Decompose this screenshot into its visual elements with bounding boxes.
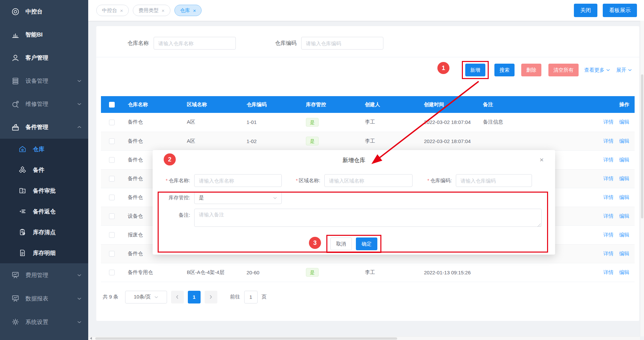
row-checkbox[interactable] bbox=[109, 232, 115, 238]
sidebar-item-repair[interactable]: 维修管理 bbox=[0, 92, 88, 116]
search-button[interactable]: 搜索 bbox=[494, 64, 515, 76]
horizontal-scrollbar-thumb[interactable] bbox=[95, 337, 397, 340]
tab-close-icon[interactable]: × bbox=[162, 8, 165, 13]
vertical-scrollbar[interactable] bbox=[640, 21, 644, 336]
goto-page-input[interactable] bbox=[244, 291, 258, 303]
cubes-icon bbox=[18, 166, 26, 174]
row-checkbox[interactable] bbox=[109, 213, 115, 219]
sidebar-item-warehouse[interactable]: 仓库 bbox=[0, 139, 88, 159]
modal-region-name-input[interactable] bbox=[324, 174, 413, 187]
sidebar-item-reports[interactable]: 数据报表 bbox=[0, 287, 88, 310]
view-more-label: 查看更多 bbox=[584, 67, 604, 73]
footer-buttons-wrap: 3 取消 确定 bbox=[330, 237, 377, 250]
warehouse-name-label: 仓库名称 bbox=[127, 40, 149, 47]
close-icon[interactable]: × bbox=[540, 156, 544, 163]
cell-name: 备件专用仓 bbox=[122, 263, 181, 282]
tab-warehouse[interactable]: 仓库 × bbox=[174, 5, 202, 16]
repair-icon bbox=[11, 100, 20, 109]
annotation-step-2: 2 bbox=[164, 153, 176, 165]
select-all-checkbox[interactable] bbox=[109, 102, 115, 108]
sidebar-item-settings[interactable]: 系统设置 bbox=[0, 310, 88, 334]
required-mark: * bbox=[166, 178, 168, 183]
cell-creator: 李工 bbox=[359, 113, 418, 132]
detail-link[interactable]: 详情 bbox=[603, 157, 613, 162]
tab-console[interactable]: 中控台 × bbox=[96, 5, 129, 16]
sidebar-item-devices[interactable]: 设备管理 bbox=[0, 69, 88, 92]
detail-link[interactable]: 详情 bbox=[603, 269, 613, 275]
row-checkbox[interactable] bbox=[109, 251, 115, 257]
prev-page-button[interactable] bbox=[171, 291, 184, 303]
board-display-button[interactable]: 看板展示 bbox=[603, 4, 637, 17]
edit-link[interactable]: 编辑 bbox=[619, 213, 629, 219]
tab-close-icon[interactable]: × bbox=[120, 8, 123, 13]
sidebar-item-parts[interactable]: 备件 bbox=[0, 159, 88, 180]
annotation-step-3: 3 bbox=[309, 237, 321, 249]
row-checkbox[interactable] bbox=[109, 176, 115, 182]
detail-link[interactable]: 详情 bbox=[603, 119, 613, 125]
status-badge: 是 bbox=[306, 118, 319, 127]
sidebar-item-label: 备件管理 bbox=[25, 123, 77, 131]
row-checkbox[interactable] bbox=[109, 270, 115, 275]
scroll-left-arrow-icon[interactable] bbox=[90, 337, 92, 340]
detail-link[interactable]: 详情 bbox=[603, 176, 613, 181]
clear-all-button[interactable]: 清空所有 bbox=[548, 64, 579, 76]
sidebar-item-parts-return[interactable]: 备件返仓 bbox=[0, 201, 88, 222]
detail-link[interactable]: 详情 bbox=[603, 213, 613, 219]
edit-link[interactable]: 编辑 bbox=[619, 119, 629, 125]
sidebar-item-customers[interactable]: 客户管理 bbox=[0, 46, 88, 69]
sidebar-item-bi[interactable]: 智能BI bbox=[0, 23, 88, 46]
edit-link[interactable]: 编辑 bbox=[619, 251, 629, 256]
sidebar-item-label: 中控台 bbox=[25, 8, 82, 15]
sidebar-item-stock-count[interactable]: 库存清点 bbox=[0, 222, 88, 243]
cell-name: 备件仓 bbox=[122, 113, 181, 132]
row-checkbox[interactable] bbox=[109, 195, 115, 200]
tab-expense-type[interactable]: 费用类型 × bbox=[133, 5, 170, 16]
tab-label: 仓库 bbox=[180, 7, 190, 14]
modal-warehouse-code-input[interactable] bbox=[456, 174, 532, 187]
next-page-button[interactable] bbox=[205, 291, 217, 303]
sidebar-item-label: 设备管理 bbox=[25, 77, 77, 85]
sidebar-item-expenses[interactable]: 费用管理 bbox=[0, 263, 88, 287]
sidebar-item-parts-approval[interactable]: 备件审批 bbox=[0, 180, 88, 201]
edit-link[interactable]: 编辑 bbox=[619, 232, 629, 237]
detail-link[interactable]: 详情 bbox=[603, 194, 613, 200]
pagination: 共 9 条 10条/页 1 前往 页 bbox=[103, 291, 639, 303]
edit-link[interactable]: 编辑 bbox=[619, 138, 629, 144]
view-more-link[interactable]: 查看更多 bbox=[584, 67, 610, 73]
required-mark: * bbox=[427, 178, 429, 183]
indent-left-icon bbox=[18, 207, 26, 215]
row-checkbox[interactable] bbox=[109, 157, 115, 163]
detail-link[interactable]: 详情 bbox=[603, 251, 613, 256]
detail-link[interactable]: 详情 bbox=[603, 138, 613, 144]
sidebar-item-spare-parts[interactable]: 备件管理 bbox=[0, 116, 88, 139]
modal-body: *仓库名称: *区域名称: *仓库编码: 库存管控: 是 备注: bbox=[153, 174, 555, 228]
goto-label: 前往 bbox=[230, 294, 240, 300]
sidebar-item-label: 维修管理 bbox=[25, 100, 77, 108]
page-size-select[interactable]: 10条/页 bbox=[125, 291, 167, 303]
vertical-scrollbar-thumb[interactable] bbox=[641, 74, 643, 218]
cell-remark: 备注信息 bbox=[477, 113, 572, 132]
modal-warehouse-name-input[interactable] bbox=[194, 174, 282, 187]
warehouse-icon bbox=[18, 145, 26, 153]
warehouse-code-input[interactable] bbox=[301, 37, 383, 50]
row-checkbox[interactable] bbox=[109, 138, 115, 144]
expand-link[interactable]: 展开 bbox=[616, 67, 632, 73]
sidebar-item-stock-detail[interactable]: 库存明细 bbox=[0, 243, 88, 263]
chevron-left-icon bbox=[175, 295, 179, 299]
edit-link[interactable]: 编辑 bbox=[619, 194, 629, 200]
expand-label: 展开 bbox=[616, 67, 626, 73]
detail-link[interactable]: 详情 bbox=[603, 232, 613, 237]
edit-link[interactable]: 编辑 bbox=[619, 176, 629, 181]
warehouse-name-input[interactable] bbox=[154, 37, 236, 50]
row-checkbox[interactable] bbox=[109, 120, 115, 125]
bar-chart-icon bbox=[11, 30, 20, 39]
page-number-current[interactable]: 1 bbox=[188, 291, 201, 303]
sidebar-item-console[interactable]: 中控台 bbox=[0, 0, 88, 23]
tab-close-icon[interactable]: × bbox=[193, 8, 196, 13]
close-button[interactable]: 关闭 bbox=[574, 4, 597, 17]
horizontal-scrollbar[interactable] bbox=[88, 336, 640, 340]
tab-label: 中控台 bbox=[102, 7, 117, 14]
edit-link[interactable]: 编辑 bbox=[619, 157, 629, 162]
edit-link[interactable]: 编辑 bbox=[619, 269, 629, 275]
delete-button[interactable]: 删除 bbox=[521, 64, 541, 76]
